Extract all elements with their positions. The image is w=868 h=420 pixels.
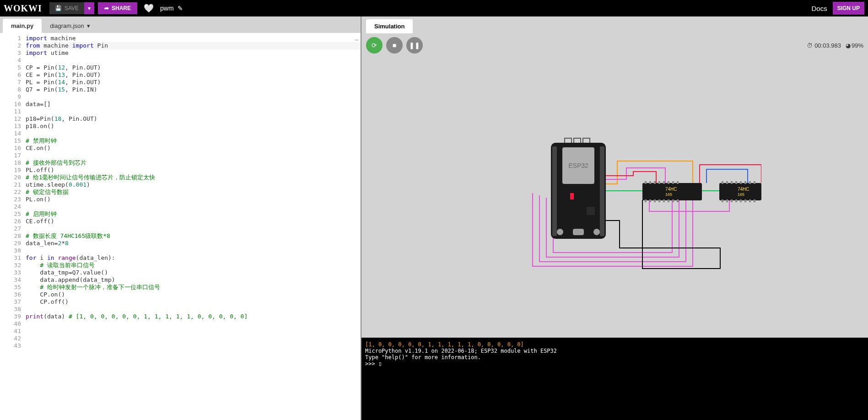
- stop-button[interactable]: ■: [386, 37, 403, 54]
- tab-main-py[interactable]: main.py: [3, 19, 42, 33]
- project-name-label: pwm: [160, 5, 174, 12]
- heart-icon: 🤍: [144, 4, 154, 13]
- sim-perf-value: 99%: [852, 42, 863, 49]
- mcu-label: ESP32: [568, 162, 588, 169]
- edit-icon: ✎: [178, 5, 183, 12]
- svg-rect-37: [731, 199, 733, 202]
- svg-rect-41: [749, 199, 751, 202]
- svg-rect-10: [645, 181, 647, 184]
- tab-label: main.py: [11, 22, 33, 29]
- share-label: SHARE: [112, 5, 131, 11]
- save-dropdown-button[interactable]: ▾: [84, 2, 94, 14]
- simulation-panel: Simulation ⟳ ■ ❚❚ ⏱ 00:03.983 ◕ 99%: [361, 16, 868, 420]
- chip-label-2: 165: [665, 192, 672, 197]
- esp32-board[interactable]: ESP32: [551, 138, 606, 239]
- svg-rect-17: [677, 181, 679, 184]
- svg-rect-2: [552, 146, 557, 236]
- svg-rect-34: [754, 181, 755, 184]
- svg-rect-31: [740, 181, 742, 184]
- svg-rect-27: [722, 181, 723, 184]
- svg-rect-20: [654, 199, 656, 202]
- svg-rect-6: [573, 229, 584, 235]
- chip-label-2: 165: [738, 192, 744, 197]
- svg-rect-18: [645, 199, 647, 202]
- chevron-down-icon: ▾: [87, 22, 90, 29]
- svg-rect-21: [658, 199, 660, 202]
- svg-point-7: [557, 229, 563, 235]
- svg-rect-28: [726, 181, 728, 184]
- svg-rect-24: [672, 199, 674, 202]
- svg-rect-25: [677, 199, 679, 202]
- chip-74hc165-1[interactable]: 74HC 165: [642, 181, 702, 202]
- svg-rect-38: [735, 199, 737, 202]
- svg-rect-35: [722, 199, 723, 202]
- tab-simulation[interactable]: Simulation: [366, 19, 413, 33]
- docs-link[interactable]: Docs: [811, 5, 827, 12]
- stopwatch-icon: ⏱: [807, 42, 813, 49]
- pause-button[interactable]: ❚❚: [406, 37, 423, 54]
- save-button[interactable]: 💾 SAVE: [49, 2, 84, 14]
- project-name[interactable]: pwm ✎: [160, 5, 183, 12]
- svg-point-8: [593, 229, 600, 235]
- svg-rect-16: [672, 181, 674, 184]
- svg-rect-13: [658, 181, 660, 184]
- svg-rect-4: [570, 193, 574, 199]
- chip-74hc165-2[interactable]: 74HC 165: [719, 181, 761, 202]
- simulation-canvas[interactable]: ESP32: [361, 57, 868, 338]
- terminal[interactable]: [1, 0, 0, 0, 0, 0, 1, 1, 1, 1, 1, 0, 0, …: [361, 338, 868, 420]
- svg-rect-14: [663, 181, 665, 184]
- svg-rect-23: [668, 199, 669, 202]
- svg-rect-26: [719, 183, 761, 200]
- share-button[interactable]: ➦ SHARE: [98, 2, 137, 14]
- tab-label: diagram.json: [50, 22, 84, 29]
- fold-icon[interactable]: —: [355, 36, 359, 43]
- editor-panel: main.py diagram.json ▾ 12345678910111213…: [0, 16, 361, 420]
- chevron-down-icon: ▾: [88, 5, 91, 11]
- code-editor[interactable]: 1234567891011121314151617181920212223242…: [0, 33, 361, 420]
- svg-rect-12: [654, 181, 656, 184]
- svg-rect-19: [649, 199, 651, 202]
- share-icon: ➦: [104, 5, 109, 11]
- save-icon: 💾: [55, 5, 62, 11]
- svg-rect-5: [587, 207, 595, 215]
- svg-rect-32: [744, 181, 746, 184]
- stop-icon: ■: [393, 42, 396, 49]
- line-gutter: 1234567891011121314151617181920212223242…: [0, 33, 26, 420]
- topbar: WOKWI 💾 SAVE ▾ ➦ SHARE 🤍 pwm ✎ Docs SIGN…: [0, 0, 868, 16]
- editor-tabs: main.py diagram.json ▾: [0, 16, 361, 33]
- svg-rect-15: [668, 181, 669, 184]
- svg-rect-36: [726, 199, 728, 202]
- sim-time: ⏱ 00:03.983: [807, 42, 841, 49]
- svg-rect-11: [649, 181, 651, 184]
- sim-controls: ⟳ ■ ❚❚ ⏱ 00:03.983 ◕ 99%: [361, 33, 868, 57]
- gauge-icon: ◕: [846, 42, 851, 49]
- svg-rect-22: [663, 199, 665, 202]
- sim-performance: ◕ 99%: [846, 42, 863, 49]
- svg-rect-9: [642, 183, 702, 200]
- sim-tab-row: Simulation: [361, 16, 868, 33]
- circuit-diagram[interactable]: ESP32: [469, 115, 761, 280]
- svg-rect-40: [744, 199, 746, 202]
- restart-icon: ⟳: [372, 42, 377, 49]
- restart-button[interactable]: ⟳: [366, 37, 383, 54]
- svg-rect-3: [600, 146, 604, 236]
- chip-label: 74HC: [665, 187, 677, 192]
- code-content[interactable]: import machinefrom machine import Pinimp…: [26, 33, 361, 420]
- like-button[interactable]: 🤍: [144, 3, 154, 13]
- svg-rect-30: [735, 181, 737, 184]
- pause-icon: ❚❚: [409, 42, 420, 49]
- tab-diagram-json[interactable]: diagram.json ▾: [42, 19, 98, 33]
- svg-rect-29: [731, 181, 733, 184]
- signup-button[interactable]: SIGN UP: [833, 2, 864, 15]
- svg-rect-33: [749, 181, 751, 184]
- sim-time-value: 00:03.983: [814, 42, 841, 49]
- svg-rect-42: [754, 199, 755, 202]
- logo[interactable]: WOKWI: [4, 3, 42, 14]
- svg-rect-39: [740, 199, 742, 202]
- save-label: SAVE: [65, 5, 79, 11]
- chip-label: 74HC: [738, 187, 749, 192]
